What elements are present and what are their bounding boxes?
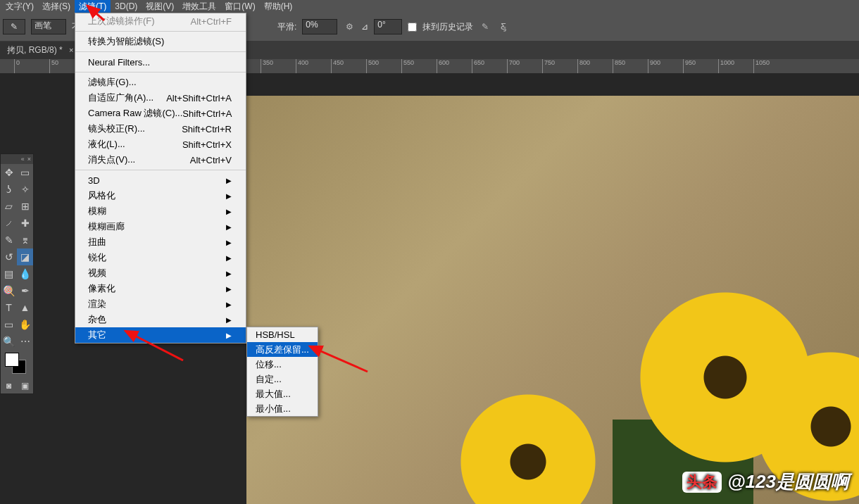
more-tools[interactable]: ⋯ (17, 333, 33, 350)
watermark-brand: 头条 (682, 472, 722, 493)
submenu-arrow-icon: ▶ (226, 285, 232, 293)
ruler-tick: 600 (437, 59, 449, 73)
screenmode-icon[interactable]: ▣ (17, 378, 33, 393)
smooth-value-field[interactable]: 0% (302, 19, 337, 34)
menu-item-label: Neural Filters... (88, 57, 150, 68)
menu-view[interactable]: 视图(V) (142, 0, 178, 14)
menu-item-label: 锐化 (88, 251, 106, 264)
history-checkbox[interactable] (408, 23, 417, 32)
eraser-tool[interactable]: ◪ (17, 248, 33, 265)
pressure-icon[interactable]: ✎ (479, 20, 491, 33)
butterfly-icon[interactable]: Ƹ̵̡ (497, 20, 510, 33)
submenu-item[interactable]: 自定... (247, 372, 318, 386)
submenu-item[interactable]: 最大值... (247, 386, 318, 401)
menu-help[interactable]: 帮助(H) (260, 0, 297, 14)
menu-item[interactable]: 模糊▶ (75, 203, 246, 219)
move-tool[interactable]: ✥ (1, 164, 17, 181)
ruler-tick: 400 (296, 59, 308, 73)
canvas-image[interactable] (246, 96, 859, 504)
menu-item[interactable]: 杂色▶ (75, 312, 246, 327)
shape-tool[interactable]: ▭ (1, 316, 17, 333)
frame-tool[interactable]: ⊞ (17, 198, 33, 215)
menu-item[interactable]: 液化(L)...Shift+Ctrl+X (75, 137, 246, 152)
menu-item-label: 3D (88, 175, 100, 186)
menu-window[interactable]: 窗口(W) (220, 0, 259, 14)
zoom-tool[interactable]: 🔍 (1, 333, 17, 350)
menu-item[interactable]: 像素化▶ (75, 281, 246, 296)
crop-tool[interactable]: ▱ (1, 198, 17, 215)
ruler-tick: 800 (577, 59, 590, 73)
quickmask-icon[interactable]: ◙ (1, 378, 17, 393)
close-icon[interactable]: × (69, 46, 73, 54)
collapse-icon[interactable]: « (21, 156, 25, 163)
hand-tool[interactable]: ✋ (17, 316, 33, 333)
lasso-tool[interactable]: ʖ (1, 181, 17, 198)
menu-item[interactable]: 锐化▶ (75, 250, 246, 265)
menu-plugins[interactable]: 增效工具 (178, 0, 220, 14)
fg-color-swatch[interactable] (5, 353, 19, 367)
ruler-tick: 500 (366, 59, 379, 73)
menu-item-label: 上次滤镜操作(F) (88, 15, 155, 27)
menu-item-label: 杂色 (88, 313, 106, 326)
menu-select[interactable]: 选择(S) (38, 0, 75, 14)
menu-item[interactable]: 自适应广角(A)...Alt+Shift+Ctrl+A (75, 90, 246, 106)
menu-item[interactable]: 扭曲▶ (75, 234, 246, 250)
submenu-arrow-icon: ▶ (226, 316, 232, 324)
menu-item[interactable]: 消失点(V)...Alt+Ctrl+V (75, 152, 246, 168)
menu-item[interactable]: 渲染▶ (75, 296, 246, 312)
color-swatches[interactable] (1, 350, 33, 378)
wand-tool[interactable]: ✧ (17, 181, 33, 198)
menu-item[interactable]: 其它▶ (75, 327, 246, 343)
menu-text[interactable]: 文字(Y) (1, 0, 38, 14)
menu-item-label: 自适应广角(A)... (88, 92, 153, 104)
menu-item-label: Camera Raw 滤镜(C)... (88, 107, 182, 120)
eyedropper-tool[interactable]: ⟋ (1, 215, 17, 232)
menu-item-label: 模糊 (88, 205, 106, 218)
menu-item[interactable]: 3D▶ (75, 172, 246, 188)
submenu-item[interactable]: 位移... (247, 357, 318, 372)
pen-tool[interactable]: ✒ (17, 282, 33, 299)
brush-preset-field[interactable]: 画笔 (31, 19, 66, 34)
brush-tool[interactable]: ✎ (1, 232, 17, 248)
menu-item[interactable]: Camera Raw 滤镜(C)...Shift+Ctrl+A (75, 106, 246, 121)
menu-item[interactable]: 视频▶ (75, 265, 246, 281)
menu-item[interactable]: 滤镜库(G)... (75, 75, 246, 90)
submenu-arrow-icon: ▶ (226, 301, 232, 308)
submenu-arrow-icon: ▶ (226, 239, 232, 246)
submenu-item[interactable]: HSB/HSL (247, 327, 318, 342)
menu-item[interactable]: 镜头校正(R)...Shift+Ctrl+R (75, 121, 246, 137)
menu-item-label: 像素化 (88, 282, 115, 295)
tool-preset-thumb[interactable]: ✎ (3, 19, 25, 34)
history-brush-tool[interactable]: ↺ (1, 248, 17, 265)
angle-value-field[interactable]: 0° (374, 19, 402, 34)
marquee-tool[interactable]: ▭ (17, 164, 33, 181)
menu-item[interactable]: 风格化▶ (75, 188, 246, 203)
path-select-tool[interactable]: ▲ (17, 299, 33, 316)
gear-icon[interactable]: ⚙ (343, 20, 356, 33)
ruler-tick: 950 (683, 59, 696, 73)
submenu-arrow-icon: ▶ (226, 177, 232, 184)
menu-3d[interactable]: 3D(D) (111, 0, 142, 13)
submenu-item[interactable]: 高反差保留... (247, 342, 318, 357)
submenu-arrow-icon: ▶ (226, 208, 232, 215)
document-tab[interactable]: 拷贝, RGB/8) * × (0, 42, 81, 59)
type-tool[interactable]: T (1, 299, 17, 316)
heal-tool[interactable]: ✚ (17, 215, 33, 232)
gradient-tool[interactable]: ▤ (1, 265, 17, 282)
close-panel-icon[interactable]: × (27, 156, 31, 163)
submenu-arrow-icon: ▶ (226, 223, 232, 231)
ruler-tick: 900 (648, 59, 660, 73)
menu-item[interactable]: 转换为智能滤镜(S) (75, 34, 246, 49)
stamp-tool[interactable]: ⌆ (17, 232, 33, 248)
ruler-tick: 700 (507, 59, 520, 73)
menu-item[interactable]: Neural Filters... (75, 54, 246, 70)
dodge-tool[interactable]: 🍭 (1, 282, 17, 299)
blur-tool[interactable]: 💧 (17, 265, 33, 282)
ruler-tick: 350 (261, 59, 273, 73)
submenu-item[interactable]: 最小值... (247, 401, 318, 416)
ruler-tick: 450 (331, 59, 344, 73)
menu-item[interactable]: 模糊画廊▶ (75, 219, 246, 234)
menu-item-label: 消失点(V)... (88, 153, 135, 166)
menu-filter[interactable]: 滤镜(T) (75, 0, 111, 14)
document-tab-title: 拷贝, RGB/8) * (7, 45, 63, 55)
